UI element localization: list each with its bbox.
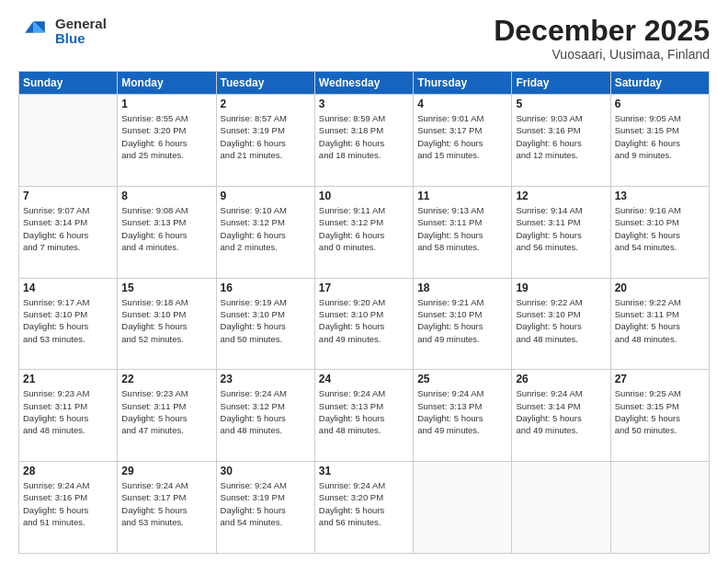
calendar-cell: 17Sunrise: 9:20 AMSunset: 3:10 PMDayligh…	[314, 278, 413, 370]
calendar-cell: 31Sunrise: 9:24 AMSunset: 3:20 PMDayligh…	[314, 462, 413, 554]
day-number: 4	[417, 98, 507, 110]
calendar-cell: 11Sunrise: 9:13 AMSunset: 3:11 PMDayligh…	[414, 186, 512, 278]
day-info: Sunrise: 9:25 AMSunset: 3:15 PMDaylight:…	[615, 387, 705, 436]
calendar-cell: 27Sunrise: 9:25 AMSunset: 3:15 PMDayligh…	[610, 370, 709, 462]
day-info: Sunrise: 9:05 AMSunset: 3:15 PMDaylight:…	[615, 112, 705, 161]
day-info: Sunrise: 9:22 AMSunset: 3:11 PMDaylight:…	[615, 296, 705, 345]
day-info: Sunrise: 9:18 AMSunset: 3:10 PMDaylight:…	[121, 296, 211, 345]
calendar-cell: 28Sunrise: 9:24 AMSunset: 3:16 PMDayligh…	[19, 462, 118, 554]
calendar-cell: 2Sunrise: 8:57 AMSunset: 3:19 PMDaylight…	[216, 95, 314, 187]
week-row-3: 14Sunrise: 9:17 AMSunset: 3:10 PMDayligh…	[19, 278, 710, 370]
day-number: 15	[121, 282, 211, 294]
day-number: 9	[221, 190, 311, 202]
weekday-header-row: SundayMondayTuesdayWednesdayThursdayFrid…	[19, 72, 710, 95]
day-info: Sunrise: 9:07 AMSunset: 3:14 PMDaylight:…	[23, 204, 113, 253]
day-info: Sunrise: 8:57 AMSunset: 3:19 PMDaylight:…	[221, 112, 311, 161]
calendar-cell: 19Sunrise: 9:22 AMSunset: 3:10 PMDayligh…	[512, 278, 610, 370]
calendar-cell: 29Sunrise: 9:24 AMSunset: 3:17 PMDayligh…	[118, 462, 216, 554]
calendar-cell: 6Sunrise: 9:05 AMSunset: 3:15 PMDaylight…	[610, 95, 709, 187]
day-info: Sunrise: 8:55 AMSunset: 3:20 PMDaylight:…	[121, 112, 211, 161]
day-number: 22	[121, 373, 211, 385]
calendar: SundayMondayTuesdayWednesdayThursdayFrid…	[18, 71, 710, 554]
calendar-cell: 21Sunrise: 9:23 AMSunset: 3:11 PMDayligh…	[19, 370, 118, 462]
day-number: 29	[121, 465, 211, 477]
calendar-cell	[512, 462, 610, 554]
day-number: 13	[615, 190, 705, 202]
day-info: Sunrise: 9:03 AMSunset: 3:16 PMDaylight:…	[516, 112, 606, 161]
calendar-cell: 13Sunrise: 9:16 AMSunset: 3:10 PMDayligh…	[610, 186, 709, 278]
day-number: 18	[417, 282, 507, 294]
logo: General Blue	[18, 15, 107, 48]
day-info: Sunrise: 9:21 AMSunset: 3:10 PMDaylight:…	[417, 296, 507, 345]
logo-text: General Blue	[55, 17, 107, 47]
day-info: Sunrise: 9:23 AMSunset: 3:11 PMDaylight:…	[23, 387, 113, 436]
day-info: Sunrise: 8:59 AMSunset: 3:18 PMDaylight:…	[319, 112, 409, 161]
day-info: Sunrise: 9:16 AMSunset: 3:10 PMDaylight:…	[615, 204, 705, 253]
day-number: 14	[23, 282, 113, 294]
week-row-1: 1Sunrise: 8:55 AMSunset: 3:20 PMDaylight…	[19, 95, 710, 187]
weekday-header-tuesday: Tuesday	[216, 72, 314, 95]
day-number: 23	[221, 373, 311, 385]
weekday-header-monday: Monday	[118, 72, 216, 95]
calendar-cell: 26Sunrise: 9:24 AMSunset: 3:14 PMDayligh…	[512, 370, 610, 462]
day-info: Sunrise: 9:13 AMSunset: 3:11 PMDaylight:…	[417, 204, 507, 253]
weekday-header-sunday: Sunday	[19, 72, 118, 95]
header: General Blue December 2025 Vuosaari, Uus…	[18, 15, 710, 62]
day-number: 28	[23, 465, 113, 477]
day-number: 16	[221, 282, 311, 294]
title-block: December 2025 Vuosaari, Uusimaa, Finland	[494, 15, 710, 62]
calendar-cell: 9Sunrise: 9:10 AMSunset: 3:12 PMDaylight…	[216, 186, 314, 278]
day-info: Sunrise: 9:22 AMSunset: 3:10 PMDaylight:…	[516, 296, 606, 345]
calendar-cell: 7Sunrise: 9:07 AMSunset: 3:14 PMDaylight…	[19, 186, 118, 278]
day-number: 17	[319, 282, 409, 294]
calendar-cell: 23Sunrise: 9:24 AMSunset: 3:12 PMDayligh…	[216, 370, 314, 462]
day-info: Sunrise: 9:19 AMSunset: 3:10 PMDaylight:…	[221, 296, 311, 345]
day-info: Sunrise: 9:24 AMSunset: 3:16 PMDaylight:…	[23, 479, 113, 528]
day-number: 5	[516, 98, 606, 110]
calendar-cell	[414, 462, 512, 554]
day-number: 31	[319, 465, 409, 477]
day-info: Sunrise: 9:24 AMSunset: 3:13 PMDaylight:…	[417, 387, 507, 436]
page: General Blue December 2025 Vuosaari, Uus…	[0, 0, 728, 563]
day-number: 7	[23, 190, 113, 202]
calendar-cell: 10Sunrise: 9:11 AMSunset: 3:12 PMDayligh…	[314, 186, 413, 278]
day-info: Sunrise: 9:17 AMSunset: 3:10 PMDaylight:…	[23, 296, 113, 345]
week-row-4: 21Sunrise: 9:23 AMSunset: 3:11 PMDayligh…	[19, 370, 710, 462]
logo-icon	[18, 15, 51, 48]
day-number: 3	[319, 98, 409, 110]
day-info: Sunrise: 9:08 AMSunset: 3:13 PMDaylight:…	[121, 204, 211, 253]
calendar-cell: 25Sunrise: 9:24 AMSunset: 3:13 PMDayligh…	[414, 370, 512, 462]
weekday-header-saturday: Saturday	[610, 72, 709, 95]
calendar-cell: 3Sunrise: 8:59 AMSunset: 3:18 PMDaylight…	[314, 95, 413, 187]
day-number: 27	[615, 373, 705, 385]
day-info: Sunrise: 9:01 AMSunset: 3:17 PMDaylight:…	[417, 112, 507, 161]
weekday-header-thursday: Thursday	[414, 72, 512, 95]
day-info: Sunrise: 9:24 AMSunset: 3:14 PMDaylight:…	[516, 387, 606, 436]
calendar-cell: 18Sunrise: 9:21 AMSunset: 3:10 PMDayligh…	[414, 278, 512, 370]
day-number: 10	[319, 190, 409, 202]
day-info: Sunrise: 9:23 AMSunset: 3:11 PMDaylight:…	[121, 387, 211, 436]
day-info: Sunrise: 9:24 AMSunset: 3:19 PMDaylight:…	[221, 479, 311, 528]
calendar-cell	[19, 95, 118, 187]
day-number: 11	[417, 190, 507, 202]
calendar-cell: 1Sunrise: 8:55 AMSunset: 3:20 PMDaylight…	[118, 95, 216, 187]
day-number: 20	[615, 282, 705, 294]
day-info: Sunrise: 9:24 AMSunset: 3:12 PMDaylight:…	[221, 387, 311, 436]
day-info: Sunrise: 9:20 AMSunset: 3:10 PMDaylight:…	[319, 296, 409, 345]
calendar-cell: 12Sunrise: 9:14 AMSunset: 3:11 PMDayligh…	[512, 186, 610, 278]
day-info: Sunrise: 9:11 AMSunset: 3:12 PMDaylight:…	[319, 204, 409, 253]
page-subtitle: Vuosaari, Uusimaa, Finland	[494, 47, 710, 62]
day-number: 21	[23, 373, 113, 385]
day-number: 25	[417, 373, 507, 385]
day-number: 8	[121, 190, 211, 202]
calendar-cell: 16Sunrise: 9:19 AMSunset: 3:10 PMDayligh…	[216, 278, 314, 370]
day-number: 6	[615, 98, 705, 110]
day-number: 24	[319, 373, 409, 385]
day-number: 1	[121, 98, 211, 110]
calendar-cell	[610, 462, 709, 554]
day-number: 2	[221, 98, 311, 110]
day-info: Sunrise: 9:14 AMSunset: 3:11 PMDaylight:…	[516, 204, 606, 253]
day-info: Sunrise: 9:10 AMSunset: 3:12 PMDaylight:…	[221, 204, 311, 253]
svg-marker-2	[25, 21, 33, 33]
day-number: 12	[516, 190, 606, 202]
